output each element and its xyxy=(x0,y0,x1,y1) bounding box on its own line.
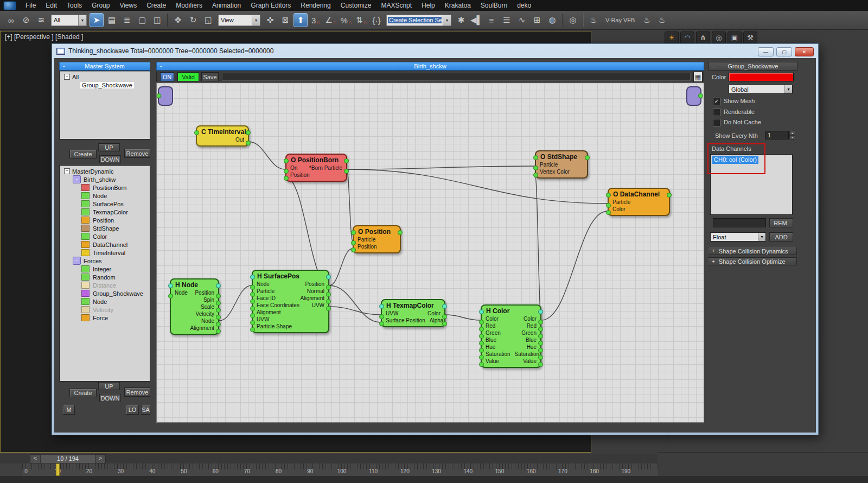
select-and-rotate-icon[interactable]: ↻ xyxy=(186,13,200,27)
node-o-stdshape[interactable]: O StdShapeParticleVertex Color xyxy=(535,150,588,179)
tree-item-all[interactable]: − All xyxy=(60,71,150,81)
add-channel-button[interactable]: ADD xyxy=(769,232,793,242)
node-port-icon[interactable] xyxy=(246,130,251,135)
master-system-list[interactable]: − All Group_Shockwave xyxy=(59,71,150,139)
schematic-view-icon[interactable]: ⊞ xyxy=(530,13,544,27)
menu-item-customize[interactable]: Customize xyxy=(336,0,376,11)
checkbox-renderable[interactable] xyxy=(713,109,720,116)
tree-item-datachannel[interactable]: DataChannel xyxy=(60,240,150,249)
light-rig-icon[interactable]: ⋔ xyxy=(696,31,710,44)
color-swatch[interactable] xyxy=(729,73,794,81)
output-port-icon[interactable] xyxy=(538,327,543,332)
tree-item-timeinterval[interactable]: TimeInterval xyxy=(60,249,150,257)
checkbox-show-mesh[interactable]: ✓ xyxy=(713,98,720,105)
tree-item-stdshape[interactable]: StdShape xyxy=(60,224,150,232)
output-port-icon[interactable] xyxy=(326,292,331,297)
master-system-header[interactable]: - Master System xyxy=(59,62,150,71)
input-port-icon[interactable] xyxy=(479,362,484,367)
minimize-button[interactable]: — xyxy=(758,47,774,56)
prev-frame-button[interactable]: < xyxy=(30,454,41,463)
output-port-icon[interactable] xyxy=(538,362,543,367)
daylight-icon[interactable]: ☀ xyxy=(665,31,679,44)
node-h-texmapcolor[interactable]: H TexmapColorUVWColorSurface PositionAlp… xyxy=(381,299,445,327)
output-port-icon[interactable] xyxy=(216,322,221,327)
lock-selection-icon[interactable]: ⊠ xyxy=(278,13,292,27)
select-by-name-list-icon[interactable]: ≣ xyxy=(120,13,134,27)
angle-snap-icon[interactable]: ∠∩ xyxy=(324,13,338,27)
node-port-icon[interactable] xyxy=(585,155,590,160)
tree-item-node[interactable]: Node xyxy=(60,192,150,200)
input-port-icon[interactable] xyxy=(533,166,538,170)
output-port-icon[interactable] xyxy=(216,329,221,334)
input-port-icon[interactable] xyxy=(250,313,255,318)
menu-item-tools[interactable]: Tools xyxy=(62,0,87,11)
remove-channel-button[interactable]: REM. xyxy=(769,218,793,227)
node-port-icon[interactable] xyxy=(538,309,543,314)
space-dropdown[interactable]: Global ▾ xyxy=(729,85,793,94)
tunnel-port-icon[interactable] xyxy=(156,93,161,98)
tree-item-group_shockwave[interactable]: Group_Shockwave xyxy=(60,289,150,297)
input-port-icon[interactable] xyxy=(479,334,484,339)
reference-coordinate-dropdown[interactable]: View▾ xyxy=(218,15,260,26)
input-port-icon[interactable] xyxy=(479,355,484,360)
output-port-icon[interactable] xyxy=(538,334,543,339)
select-and-manipulate-icon[interactable]: ✜ xyxy=(263,13,277,27)
node-port-icon[interactable] xyxy=(351,230,356,235)
vray-framebuffer-icon[interactable]: ♨ xyxy=(640,13,654,27)
menu-item-help[interactable]: Help xyxy=(417,0,440,11)
node-h-color[interactable]: H ColorColorColorRedRedGreenGreenBlueBlu… xyxy=(481,304,541,368)
dyn-create-button[interactable]: Create xyxy=(69,389,97,397)
node-c-timeinterval[interactable]: C TimeIntervalOut xyxy=(196,125,249,147)
menu-item-animation[interactable]: Animation xyxy=(207,0,246,11)
channel-name-input[interactable] xyxy=(713,218,766,227)
monitor-icon[interactable]: ▣ xyxy=(727,31,742,44)
tree-item-masterdynamic[interactable]: −MasterDynamic xyxy=(60,167,150,175)
expander-icon[interactable]: − xyxy=(64,168,70,174)
node-port-icon[interactable] xyxy=(379,304,384,309)
node-port-icon[interactable] xyxy=(398,230,403,235)
render-production-icon[interactable]: ♨ xyxy=(586,13,601,27)
selection-filter-dropdown[interactable]: All▾ xyxy=(51,15,87,26)
named-selection-sets-icon[interactable]: {·} xyxy=(369,13,384,27)
menu-item-file[interactable]: File xyxy=(21,0,41,11)
spinner-down-icon[interactable]: ▾ xyxy=(789,135,795,139)
time-ruler[interactable]: 0102030405060708090100110120130140150160… xyxy=(22,463,658,476)
tree-item-group-shockwave[interactable]: Group_Shockwave xyxy=(60,81,150,89)
spinner-up-icon[interactable]: ▴ xyxy=(789,131,795,135)
master-up-button[interactable]: UP xyxy=(98,143,120,151)
tree-item-positionborn[interactable]: PositionBorn xyxy=(60,183,150,192)
tunnel-port-icon[interactable] xyxy=(698,93,703,98)
menu-item-maxscript[interactable]: MAXScript xyxy=(376,0,417,11)
tree-item-node[interactable]: Node xyxy=(60,297,150,306)
output-port-icon[interactable] xyxy=(344,169,349,174)
input-port-icon[interactable] xyxy=(284,176,289,181)
input-port-icon[interactable] xyxy=(479,348,484,353)
group-icon[interactable]: - xyxy=(73,175,81,183)
render-last-icon[interactable]: ♨ xyxy=(655,13,669,27)
arc-rotate-icon[interactable]: ◠ xyxy=(680,31,694,44)
menu-item-krakatoa[interactable]: Krakatoa xyxy=(440,0,476,11)
tree-item-birth_shckw[interactable]: -Birth_shckw xyxy=(60,175,150,183)
material-editor-icon[interactable]: ◍ xyxy=(545,13,559,27)
target-icon[interactable]: ◎ xyxy=(712,31,726,44)
master-remove-button[interactable]: Remove xyxy=(124,149,150,158)
graphite-ribbon-icon[interactable]: ☰ xyxy=(500,13,514,27)
menu-item-graph-editors[interactable]: Graph Editors xyxy=(246,0,296,11)
valid-button[interactable]: Valid xyxy=(177,72,199,81)
align-icon[interactable]: ◀▌ xyxy=(469,13,483,27)
nth-spinner[interactable]: ▴ ▾ xyxy=(789,131,795,139)
menu-item-edit[interactable]: Edit xyxy=(41,0,62,11)
input-port-icon[interactable] xyxy=(250,292,255,297)
node-port-icon[interactable] xyxy=(326,275,331,279)
tree-item-distance[interactable]: Distance xyxy=(60,281,150,289)
rollout-shape-collision-dynamics[interactable]: + Shape Collision Dynamics xyxy=(708,247,797,255)
dyn-down-button[interactable]: DOWN xyxy=(99,394,121,402)
output-port-icon[interactable] xyxy=(246,141,251,145)
data-channels-list[interactable]: CH0: col (Color) xyxy=(710,154,793,215)
menu-item-modifiers[interactable]: Modifiers xyxy=(171,0,207,11)
dyn-remove-button[interactable]: Remove xyxy=(124,387,150,397)
canvas-name-bar[interactable] xyxy=(222,73,691,81)
output-port-icon[interactable] xyxy=(216,315,221,320)
input-port-icon[interactable] xyxy=(284,169,289,174)
output-port-icon[interactable] xyxy=(216,301,221,306)
